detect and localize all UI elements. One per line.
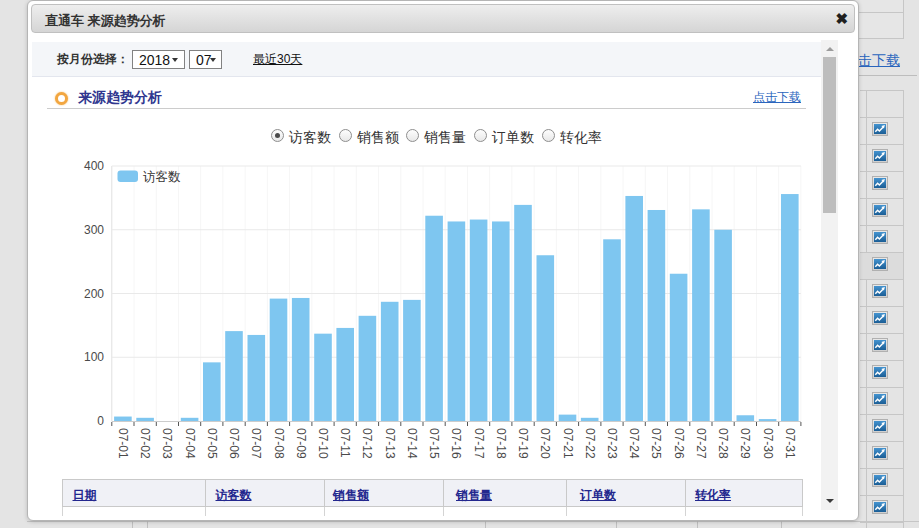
svg-text:07-08: 07-08 bbox=[272, 428, 286, 459]
svg-text:07-03: 07-03 bbox=[160, 428, 174, 459]
svg-text:07-25: 07-25 bbox=[649, 428, 663, 459]
svg-text:访客数: 访客数 bbox=[143, 170, 181, 184]
svg-text:07-09: 07-09 bbox=[294, 428, 308, 459]
svg-text:07-13: 07-13 bbox=[383, 428, 397, 459]
svg-text:07-15: 07-15 bbox=[427, 428, 441, 459]
svg-text:100: 100 bbox=[84, 350, 104, 364]
svg-text:07-05: 07-05 bbox=[205, 428, 219, 459]
svg-text:07-07: 07-07 bbox=[249, 428, 263, 459]
svg-text:400: 400 bbox=[84, 159, 104, 173]
svg-text:07-26: 07-26 bbox=[672, 428, 686, 459]
svg-text:07-14: 07-14 bbox=[405, 428, 419, 459]
svg-text:07-27: 07-27 bbox=[694, 428, 708, 459]
svg-text:07-23: 07-23 bbox=[605, 428, 619, 459]
svg-text:07-24: 07-24 bbox=[627, 428, 641, 459]
svg-text:07-04: 07-04 bbox=[183, 428, 197, 459]
svg-text:07-17: 07-17 bbox=[472, 428, 486, 459]
svg-text:07-01: 07-01 bbox=[116, 428, 130, 459]
svg-text:07-18: 07-18 bbox=[494, 428, 508, 459]
svg-text:300: 300 bbox=[84, 223, 104, 237]
svg-text:07-31: 07-31 bbox=[783, 428, 797, 459]
svg-text:0: 0 bbox=[97, 414, 104, 428]
svg-text:200: 200 bbox=[84, 287, 104, 301]
svg-text:07-22: 07-22 bbox=[583, 428, 597, 459]
svg-text:07-28: 07-28 bbox=[716, 428, 730, 459]
svg-text:07-02: 07-02 bbox=[138, 428, 152, 459]
svg-text:07-21: 07-21 bbox=[561, 428, 575, 459]
svg-text:07-20: 07-20 bbox=[538, 428, 552, 459]
svg-text:07-30: 07-30 bbox=[761, 428, 775, 459]
svg-text:07-11: 07-11 bbox=[338, 428, 352, 458]
svg-text:07-06: 07-06 bbox=[227, 428, 241, 459]
svg-text:07-19: 07-19 bbox=[516, 428, 530, 459]
svg-text:07-12: 07-12 bbox=[360, 428, 374, 459]
svg-text:07-10: 07-10 bbox=[316, 428, 330, 459]
svg-text:07-16: 07-16 bbox=[449, 428, 463, 459]
svg-text:07-29: 07-29 bbox=[738, 428, 752, 459]
